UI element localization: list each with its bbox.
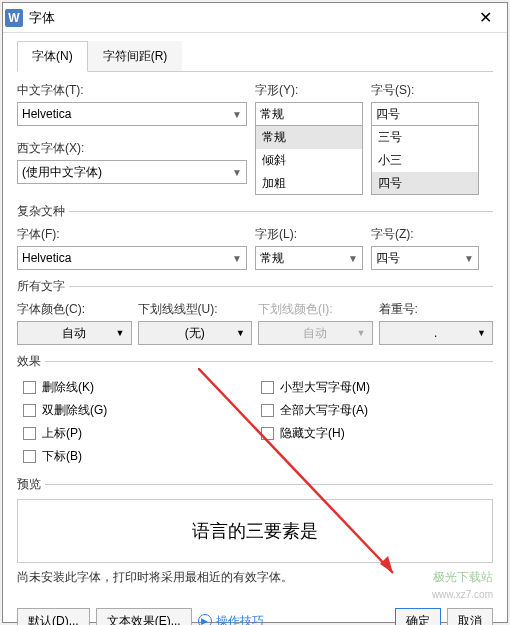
- preview-title: 预览: [17, 476, 493, 493]
- app-icon: W: [5, 9, 23, 27]
- row-complex: 字体(F): Helvetica ▼ 字形(L): 常规 ▼ 字号(Z): 四号…: [17, 226, 493, 270]
- chevron-down-icon: ▼: [232, 253, 242, 264]
- cn-font-label: 中文字体(T):: [17, 82, 247, 99]
- checkbox-icon: [23, 450, 36, 463]
- checkbox-icon: [23, 404, 36, 417]
- font-install-note: 尚未安装此字体，打印时将采用最相近的有效字体。: [17, 569, 493, 586]
- tab-spacing[interactable]: 字符间距(R): [88, 41, 183, 71]
- checkbox-hidden[interactable]: 隐藏文字(H): [255, 422, 493, 445]
- preview-box: 语言的三要素是: [17, 499, 493, 563]
- style-option-bold[interactable]: 加粗: [256, 172, 362, 195]
- tab-font[interactable]: 字体(N): [17, 41, 88, 72]
- size-option-1[interactable]: 三号: [372, 126, 478, 149]
- play-icon: ▶: [198, 614, 212, 625]
- cancel-button[interactable]: 取消: [447, 608, 493, 625]
- chevron-down-icon: ▼: [464, 253, 474, 264]
- cx-size-label: 字号(Z):: [371, 226, 479, 243]
- checkbox-strikethrough[interactable]: 删除线(K): [17, 376, 255, 399]
- cx-style-select[interactable]: 常规 ▼: [255, 246, 363, 270]
- tips-link[interactable]: ▶ 操作技巧: [198, 613, 264, 626]
- effects-title: 效果: [17, 353, 493, 370]
- row-all-text: 字体颜色(C): 自动▼ 下划线线型(U): (无)▼ 下划线颜色(I): 自动…: [17, 301, 493, 345]
- text-effects-button[interactable]: 文本效果(E)...: [96, 608, 192, 625]
- chevron-down-icon: ▼: [232, 109, 242, 120]
- font-color-dropdown[interactable]: 自动▼: [17, 321, 132, 345]
- checkbox-icon: [261, 427, 274, 440]
- ok-button[interactable]: 确定: [395, 608, 441, 625]
- titlebar: W 字体 ✕: [3, 3, 507, 33]
- emphasis-label: 着重号:: [379, 301, 494, 318]
- en-font-value: (使用中文字体): [22, 164, 102, 181]
- dialog-footer: 默认(D)... 文本效果(E)... ▶ 操作技巧 确定 取消: [3, 604, 507, 625]
- size-label: 字号(S):: [371, 82, 479, 99]
- font-dialog: W 字体 ✕ 字体(N) 字符间距(R) 中文字体(T): Helvetica …: [2, 2, 508, 623]
- chevron-down-icon: ▼: [477, 328, 486, 338]
- style-listbox[interactable]: 常规 倾斜 加粗: [255, 125, 363, 195]
- style-input[interactable]: 常规: [255, 102, 363, 126]
- effects-grid: 删除线(K) 双删除线(G) 上标(P) 下标(B) 小型大写字母(M) 全部大…: [17, 376, 493, 468]
- cn-font-value: Helvetica: [22, 107, 71, 121]
- emphasis-dropdown[interactable]: .▼: [379, 321, 494, 345]
- checkbox-double-strikethrough[interactable]: 双删除线(G): [17, 399, 255, 422]
- font-color-label: 字体颜色(C):: [17, 301, 132, 318]
- underline-color-label: 下划线颜色(I):: [258, 301, 373, 318]
- cx-font-select[interactable]: Helvetica ▼: [17, 246, 247, 270]
- checkbox-icon: [23, 427, 36, 440]
- chevron-down-icon: ▼: [357, 328, 366, 338]
- default-button[interactable]: 默认(D)...: [17, 608, 90, 625]
- style-label: 字形(Y):: [255, 82, 363, 99]
- checkbox-allcaps[interactable]: 全部大写字母(A): [255, 399, 493, 422]
- underline-color-dropdown: 自动▼: [258, 321, 373, 345]
- cx-style-label: 字形(L):: [255, 226, 363, 243]
- size-option-3[interactable]: 四号: [372, 172, 478, 195]
- chevron-down-icon: ▼: [232, 167, 242, 178]
- chevron-down-icon: ▼: [116, 328, 125, 338]
- size-option-2[interactable]: 小三: [372, 149, 478, 172]
- close-button[interactable]: ✕: [465, 4, 505, 32]
- preview-text: 语言的三要素是: [192, 519, 318, 543]
- checkbox-icon: [261, 404, 274, 417]
- dialog-body: 字体(N) 字符间距(R) 中文字体(T): Helvetica ▼ 西文字体(…: [3, 33, 507, 604]
- checkbox-smallcaps[interactable]: 小型大写字母(M): [255, 376, 493, 399]
- window-title: 字体: [29, 9, 465, 27]
- checkbox-icon: [261, 381, 274, 394]
- chevron-down-icon: ▼: [348, 253, 358, 264]
- all-text-title: 所有文字: [17, 278, 493, 295]
- chevron-down-icon: ▼: [236, 328, 245, 338]
- underline-style-dropdown[interactable]: (无)▼: [138, 321, 253, 345]
- style-option-regular[interactable]: 常规: [256, 126, 362, 149]
- cx-font-label: 字体(F):: [17, 226, 247, 243]
- row-main-fonts: 中文字体(T): Helvetica ▼ 西文字体(X): (使用中文字体) ▼…: [17, 82, 493, 195]
- checkbox-subscript[interactable]: 下标(B): [17, 445, 255, 468]
- tab-bar: 字体(N) 字符间距(R): [17, 41, 493, 72]
- complex-scripts-title: 复杂文种: [17, 203, 493, 220]
- checkbox-icon: [23, 381, 36, 394]
- cn-font-select[interactable]: Helvetica ▼: [17, 102, 247, 126]
- en-font-label: 西文字体(X):: [17, 140, 247, 157]
- size-input[interactable]: 四号: [371, 102, 479, 126]
- cx-size-select[interactable]: 四号 ▼: [371, 246, 479, 270]
- underline-style-label: 下划线线型(U):: [138, 301, 253, 318]
- style-option-italic[interactable]: 倾斜: [256, 149, 362, 172]
- en-font-select[interactable]: (使用中文字体) ▼: [17, 160, 247, 184]
- size-listbox[interactable]: 三号 小三 四号: [371, 125, 479, 195]
- checkbox-superscript[interactable]: 上标(P): [17, 422, 255, 445]
